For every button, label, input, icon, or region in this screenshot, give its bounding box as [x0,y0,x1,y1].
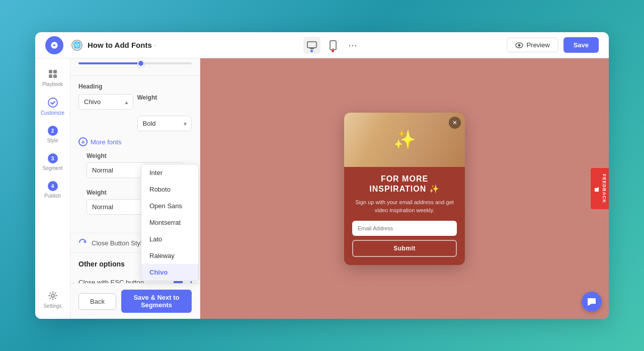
bold-weight-wrapper: Bold ▼ [137,116,192,131]
weight-select-wrapper: Weight [137,94,192,110]
font-option-montserrat[interactable]: Montserrat [141,214,198,231]
top-bar: 🌐 How to Add Fonts - ⋯ Preview Save [35,32,609,58]
popup-body: FOR MORE INSPIRATION ✨ Sign up with your… [344,167,465,265]
style-label: Style [47,138,58,143]
font-select-wrapper: Chivo ▲ [78,94,133,110]
playbook-label: Playbook [42,81,63,87]
desktop-device-btn[interactable] [303,37,320,54]
font-option-open-sans[interactable]: Open Sans [141,198,198,214]
body-weight-label: Weight [87,152,184,159]
mobile-dot [332,50,334,52]
svg-point-7 [518,44,521,46]
side-nav: Playbook Customize 2 Style 3 Segment 4 P… [35,58,70,319]
heading-weight-select[interactable]: Bold [137,116,192,131]
more-fonts-button[interactable]: + More fonts [78,137,121,146]
heading-weight-row: Bold ▼ [78,116,192,131]
chat-bubble[interactable] [582,292,602,312]
font-option-inter[interactable]: Inter [141,164,198,181]
device-switcher: ⋯ [156,37,507,54]
sidebar-item-style[interactable]: 2 Style [40,122,66,147]
svg-point-12 [48,98,57,107]
sidebar-item-customize[interactable]: Customize [40,93,66,120]
popup-close-button[interactable]: ✕ [449,117,461,129]
refresh-icon [78,238,88,247]
publish-badge: 4 [48,181,58,191]
svg-rect-11 [53,74,57,78]
popup-heading: FOR MORE INSPIRATION ✨ [352,174,457,194]
font-option-chivo[interactable]: Chivo [141,264,198,281]
font-option-roboto[interactable]: Roboto [141,181,198,198]
slider-container [70,58,200,76]
close-button-style-label: Close Button Style [92,239,145,247]
preview-label: Preview [526,41,549,49]
popup-image: ✨ [344,113,465,167]
svg-point-13 [51,294,54,297]
preview-pane: ✕ ✨ FOR MORE INSPIRATION ✨ Sign up with … [200,58,609,319]
plus-icon: + [78,137,88,146]
svg-point-5 [333,48,334,49]
popup-submit-button[interactable]: Submit [352,240,457,257]
check-icon [47,97,58,108]
top-bar-right: Preview Save [507,37,599,53]
svg-rect-8 [49,70,52,73]
popup-email-input[interactable] [352,221,457,236]
esc-label: Close with ESC button [78,279,144,284]
heading-weight-label: Weight [137,94,192,101]
svg-rect-1 [307,42,316,48]
back-button[interactable]: Back [78,293,116,310]
svg-rect-9 [53,70,57,73]
left-panel: Heading Chivo ▲ Weight [70,58,200,319]
heading-label: Heading [78,83,192,90]
grid-icon [47,68,58,79]
svg-rect-10 [49,74,52,78]
more-options-btn[interactable]: ⋯ [346,38,360,52]
gear-icon [47,290,58,301]
desktop-dot [310,50,313,52]
globe-icon: 🌐 [71,40,83,51]
main-content: Playbook Customize 2 Style 3 Segment 4 P… [35,58,609,319]
app-logo [45,36,63,54]
font-option-lato[interactable]: Lato [141,231,198,247]
bottom-bar: Back Save & Next to Segments [70,283,200,319]
next-button[interactable]: Save & Next to Segments [121,290,192,313]
font-option-raleway[interactable]: Raleway [141,247,198,264]
heading-font-row: Chivo ▲ Weight [78,94,192,110]
mobile-device-btn[interactable] [325,37,342,54]
segment-label: Segment [42,165,62,171]
settings-label: Settings [43,303,61,309]
feedback-label: FEEDBACK [602,174,607,203]
sidebar-item-publish[interactable]: 4 Publish [40,177,66,203]
sidebar-item-playbook[interactable]: Playbook [40,64,66,91]
style-badge: 2 [48,126,58,136]
slider-thumb[interactable] [137,60,144,67]
slider-fill [78,62,141,64]
preview-button[interactable]: Preview [507,38,558,52]
sidebar-item-settings[interactable]: Settings [40,286,66,313]
heading-font-chivo-wrapper [78,116,133,131]
popup-subtext: Sign up with your email address and get … [352,198,457,215]
heading-font-select[interactable]: Chivo [78,94,133,110]
feedback-button[interactable]: FEEDBACK [591,168,609,209]
save-button[interactable]: Save [564,37,599,53]
more-fonts-label: More fonts [91,138,121,146]
segment-badge: 3 [48,153,58,163]
sidebar-item-segment[interactable]: 3 Segment [40,149,66,175]
slider-track[interactable] [78,62,192,64]
customize-label: Customize [41,110,64,116]
page-title: How to Add Fonts [88,41,152,49]
font-dropdown: Inter Roboto Open Sans Montserrat Lato R… [141,164,199,281]
publish-label: Publish [44,193,61,199]
popup-card: ✕ ✨ FOR MORE INSPIRATION ✨ Sign up with … [344,113,465,265]
